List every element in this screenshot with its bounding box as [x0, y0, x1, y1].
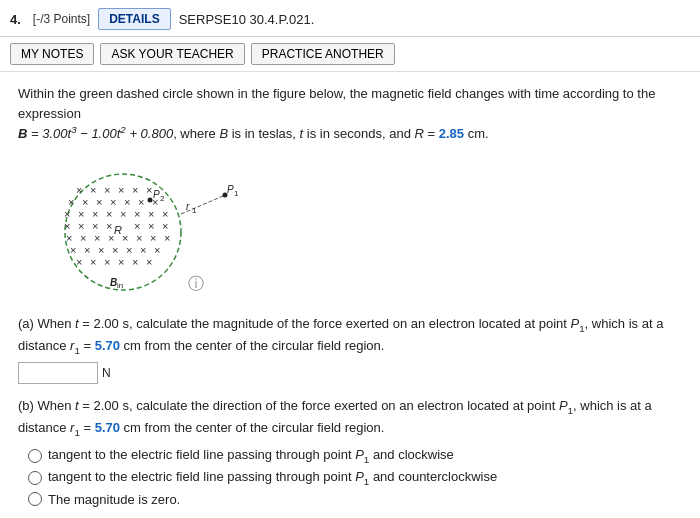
svg-text:×: × — [148, 220, 154, 232]
svg-text:R: R — [114, 224, 122, 236]
svg-text:1: 1 — [192, 206, 197, 215]
radio-label-1: tangent to the electric field line passi… — [48, 447, 454, 465]
svg-text:×: × — [68, 196, 74, 208]
svg-text:×: × — [106, 208, 112, 220]
svg-text:×: × — [78, 208, 84, 220]
svg-text:×: × — [94, 232, 100, 244]
svg-text:×: × — [104, 184, 110, 196]
svg-text:×: × — [118, 184, 124, 196]
svg-text:×: × — [110, 196, 116, 208]
svg-point-14 — [148, 197, 153, 202]
radio-label-3: The magnitude is zero. — [48, 492, 180, 507]
svg-text:×: × — [90, 184, 96, 196]
radio-circle-3[interactable] — [28, 492, 42, 506]
svg-text:×: × — [108, 232, 114, 244]
svg-text:×: × — [92, 208, 98, 220]
svg-text:×: × — [70, 244, 76, 256]
svg-text:×: × — [154, 244, 160, 256]
svg-text:×: × — [76, 256, 82, 268]
svg-text:×: × — [138, 196, 144, 208]
part-a-answer-box: N — [18, 362, 682, 384]
part-b-label: (b) When t = 2.00 s, calculate the direc… — [18, 396, 682, 440]
radio-group: tangent to the electric field line passi… — [28, 447, 682, 507]
radio-option-3[interactable]: The magnitude is zero. — [28, 492, 682, 507]
svg-text:×: × — [64, 208, 70, 220]
svg-text:×: × — [84, 244, 90, 256]
svg-text:1: 1 — [234, 189, 238, 198]
svg-text:×: × — [134, 208, 140, 220]
svg-text:×: × — [66, 232, 72, 244]
svg-text:×: × — [132, 256, 138, 268]
svg-text:×: × — [146, 256, 152, 268]
practice-another-button[interactable]: PRACTICE ANOTHER — [251, 43, 395, 65]
part-b: (b) When t = 2.00 s, calculate the direc… — [18, 396, 682, 507]
radio-label-2: tangent to the electric field line passi… — [48, 469, 497, 487]
svg-text:×: × — [80, 232, 86, 244]
intro-text: Within the green dashed circle shown in … — [18, 86, 655, 121]
equation-text: B = 3.00t3 − 1.00t2 + 0.800, where B is … — [18, 126, 489, 141]
part-a-unit: N — [102, 366, 111, 380]
radio-option-2[interactable]: tangent to the electric field line passi… — [28, 469, 682, 487]
toolbar: MY NOTES ASK YOUR TEACHER PRACTICE ANOTH… — [0, 37, 700, 72]
points-label: [-/3 Points] — [33, 12, 90, 26]
question-number: 4. — [10, 12, 21, 27]
svg-text:×: × — [112, 244, 118, 256]
svg-text:×: × — [134, 220, 140, 232]
svg-text:×: × — [162, 208, 168, 220]
svg-text:×: × — [90, 256, 96, 268]
svg-text:×: × — [92, 220, 98, 232]
figure-area: × × × × × × × × × × × × × P 2 × × — [38, 154, 682, 304]
svg-text:×: × — [78, 220, 84, 232]
details-button[interactable]: DETAILS — [98, 8, 170, 30]
svg-text:P: P — [153, 189, 160, 200]
svg-text:×: × — [98, 244, 104, 256]
svg-text:in: in — [117, 281, 123, 290]
svg-text:2: 2 — [160, 194, 165, 203]
svg-text:×: × — [64, 220, 70, 232]
svg-text:×: × — [126, 244, 132, 256]
svg-text:×: × — [136, 232, 142, 244]
svg-text:×: × — [82, 196, 88, 208]
svg-text:P: P — [227, 184, 234, 195]
svg-text:×: × — [124, 196, 130, 208]
problem-intro: Within the green dashed circle shown in … — [18, 84, 682, 144]
part-a-label: (a) When t = 2.00 s, calculate the magni… — [18, 314, 682, 358]
svg-text:×: × — [146, 184, 152, 196]
my-notes-button[interactable]: MY NOTES — [10, 43, 94, 65]
svg-text:×: × — [150, 232, 156, 244]
ask-teacher-button[interactable]: ASK YOUR TEACHER — [100, 43, 244, 65]
svg-text:×: × — [140, 244, 146, 256]
part-a-input[interactable] — [18, 362, 98, 384]
info-icon[interactable]: ⓘ — [188, 274, 204, 424]
content-area: Within the green dashed circle shown in … — [0, 72, 700, 518]
part-a: (a) When t = 2.00 s, calculate the magni… — [18, 314, 682, 384]
svg-text:×: × — [164, 232, 170, 244]
svg-text:×: × — [96, 196, 102, 208]
svg-text:×: × — [162, 220, 168, 232]
svg-text:×: × — [106, 220, 112, 232]
radio-circle-2[interactable] — [28, 471, 42, 485]
svg-text:×: × — [76, 184, 82, 196]
radio-option-1[interactable]: tangent to the electric field line passi… — [28, 447, 682, 465]
svg-text:×: × — [122, 232, 128, 244]
svg-text:×: × — [118, 256, 124, 268]
svg-text:×: × — [132, 184, 138, 196]
svg-text:×: × — [120, 208, 126, 220]
svg-text:×: × — [148, 208, 154, 220]
top-bar: 4. [-/3 Points] DETAILS SERPSE10 30.4.P.… — [0, 0, 700, 37]
svg-text:×: × — [104, 256, 110, 268]
radio-circle-1[interactable] — [28, 449, 42, 463]
field-svg: × × × × × × × × × × × × × P 2 × × — [38, 154, 238, 309]
series-label: SERPSE10 30.4.P.021. — [179, 12, 315, 27]
